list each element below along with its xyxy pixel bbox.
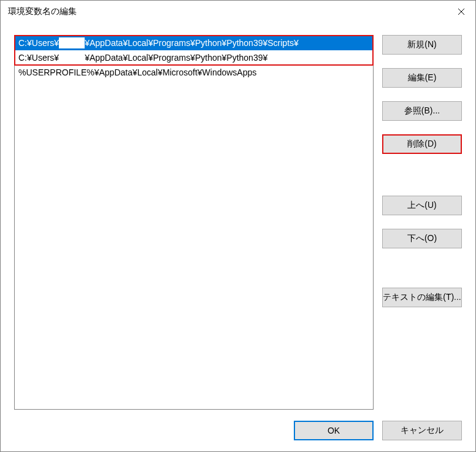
- new-button[interactable]: 新規(N): [382, 35, 462, 55]
- edit-text-button[interactable]: テキストの編集(T)...: [382, 288, 462, 307]
- list-item[interactable]: C:¥Users¥.¥AppData¥Local¥Programs¥Python…: [15, 36, 373, 50]
- dialog-footer: OK キャンセル: [14, 421, 462, 440]
- path-listbox[interactable]: C:¥Users¥.¥AppData¥Local¥Programs¥Python…: [14, 35, 374, 410]
- dialog-content: C:¥Users¥.¥AppData¥Local¥Programs¥Python…: [1, 23, 475, 451]
- close-icon: [458, 8, 465, 15]
- path-text: %USERPROFILE%¥AppData¥Local¥Microsoft¥Wi…: [18, 65, 256, 80]
- titlebar: 環境変数名の編集: [1, 1, 475, 23]
- move-down-button[interactable]: 下へ(O): [382, 229, 462, 248]
- delete-button[interactable]: 削除(D): [382, 134, 462, 154]
- window-title: 環境変数名の編集: [8, 6, 447, 17]
- list-container: C:¥Users¥.¥AppData¥Local¥Programs¥Python…: [14, 35, 374, 410]
- move-up-button[interactable]: 上へ(U): [382, 196, 462, 215]
- spacer: [382, 167, 462, 196]
- redacted-segment: .: [59, 52, 85, 63]
- dialog-window: 環境変数名の編集 C:¥Users¥.¥AppData¥Local¥Progra…: [0, 0, 476, 452]
- path-suffix: ¥AppData¥Local¥Programs¥Python¥Python39¥…: [85, 36, 299, 50]
- redacted-segment: .: [59, 37, 85, 48]
- edit-button[interactable]: 編集(E): [382, 68, 462, 88]
- path-prefix: C:¥Users¥: [18, 36, 59, 50]
- browse-button[interactable]: 参照(B)...: [382, 101, 462, 121]
- path-suffix: ¥AppData¥Local¥Programs¥Python¥Python39¥: [85, 50, 267, 65]
- close-button[interactable]: [447, 1, 475, 23]
- cancel-button[interactable]: キャンセル: [382, 421, 462, 440]
- path-prefix: C:¥Users¥: [18, 50, 59, 65]
- side-button-column: 新規(N) 編集(E) 参照(B)... 削除(D) 上へ(U) 下へ(O) テ…: [382, 35, 462, 410]
- ok-button[interactable]: OK: [294, 421, 374, 440]
- list-item[interactable]: C:¥Users¥.¥AppData¥Local¥Programs¥Python…: [15, 50, 373, 65]
- list-item[interactable]: %USERPROFILE%¥AppData¥Local¥Microsoft¥Wi…: [15, 65, 373, 80]
- main-area: C:¥Users¥.¥AppData¥Local¥Programs¥Python…: [14, 35, 462, 410]
- spacer: [382, 262, 462, 288]
